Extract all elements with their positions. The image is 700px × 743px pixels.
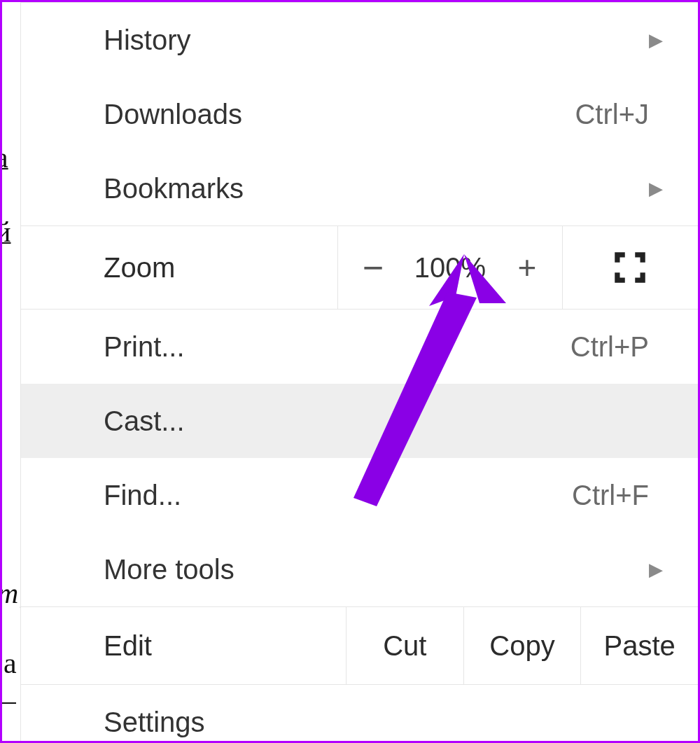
- menu-item-history[interactable]: History ▶: [21, 3, 698, 77]
- bg-char-1: a: [0, 141, 8, 174]
- menu-item-more-tools[interactable]: More tools ▶: [21, 532, 698, 606]
- chevron-right-icon: ▶: [649, 178, 663, 200]
- keyboard-shortcut: Ctrl+F: [572, 480, 649, 511]
- chevron-right-icon: ▶: [649, 29, 663, 51]
- menu-item-print[interactable]: Print... Ctrl+P: [21, 310, 698, 384]
- edit-paste-button[interactable]: Paste: [580, 607, 698, 684]
- menu-item-downloads[interactable]: Downloads Ctrl+J: [21, 77, 698, 151]
- menu-item-label: Find...: [104, 480, 572, 511]
- browser-main-menu: History ▶ Downloads Ctrl+J Bookmarks ▶ Z…: [20, 2, 698, 741]
- zoom-controls: − 100% +: [337, 226, 563, 309]
- background-page-fragment: a й т, a: [2, 2, 20, 741]
- menu-item-label: Edit: [21, 607, 346, 684]
- menu-row-edit: Edit Cut Copy Paste: [21, 606, 698, 685]
- bg-char-2: й: [0, 215, 10, 249]
- edit-cut-button[interactable]: Cut: [346, 607, 463, 684]
- menu-row-zoom: Zoom − 100% +: [21, 225, 698, 310]
- bg-char-5: [2, 702, 16, 704]
- edit-copy-button[interactable]: Copy: [463, 607, 581, 684]
- keyboard-shortcut: Ctrl+P: [570, 331, 649, 363]
- bg-char-4: a: [4, 646, 17, 680]
- zoom-in-button[interactable]: +: [492, 249, 562, 286]
- fullscreen-icon: [610, 247, 650, 288]
- menu-item-cast[interactable]: Cast...: [21, 384, 698, 458]
- menu-item-bookmarks[interactable]: Bookmarks ▶: [21, 151, 698, 225]
- menu-item-find[interactable]: Find... Ctrl+F: [21, 458, 698, 532]
- menu-item-label: More tools: [104, 554, 649, 585]
- chevron-right-icon: ▶: [649, 559, 663, 581]
- zoom-out-button[interactable]: −: [338, 246, 408, 289]
- keyboard-shortcut: Ctrl+J: [575, 99, 649, 130]
- menu-item-label: Downloads: [104, 99, 575, 130]
- menu-item-label: Print...: [104, 331, 570, 363]
- menu-item-label: Zoom: [21, 226, 337, 309]
- menu-item-settings[interactable]: Settings: [21, 685, 698, 743]
- menu-item-label: Cast...: [104, 405, 670, 437]
- menu-item-label: Bookmarks: [104, 173, 649, 204]
- zoom-level: 100%: [408, 252, 492, 284]
- menu-item-label: History: [104, 25, 649, 56]
- fullscreen-button[interactable]: [563, 226, 698, 309]
- menu-item-label: Settings: [104, 707, 670, 738]
